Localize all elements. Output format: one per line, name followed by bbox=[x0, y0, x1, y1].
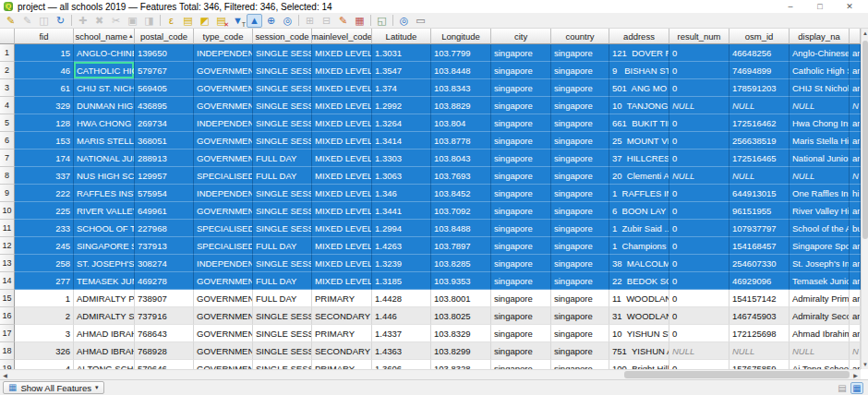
cell-display_na[interactable]: St. Joseph's Insti... bbox=[790, 255, 850, 272]
cell-type_code[interactable]: INDEPENDENT ... bbox=[194, 255, 253, 272]
cell-postal_code[interactable]: 768928 bbox=[135, 342, 194, 360]
cell-school_name[interactable]: ST. JOSEPH'S IN... bbox=[74, 255, 135, 272]
cell-display_na[interactable]: One Raffles Inst... bbox=[790, 185, 850, 202]
cell-session_code[interactable]: SINGLE SESSION bbox=[253, 62, 312, 79]
search-zoom-button[interactable]: ◎ bbox=[396, 14, 412, 28]
close-button[interactable]: ✕ bbox=[835, 0, 864, 13]
cell-osm_id[interactable]: 172516465 bbox=[729, 150, 790, 167]
cell-school_name[interactable]: RAFFLES INSTIT... bbox=[74, 185, 135, 202]
cell-Longitude[interactable]: 103.8488 bbox=[431, 220, 491, 237]
cell-overflow[interactable]: an bbox=[850, 79, 861, 97]
column-header-osm_id[interactable]: osm_id bbox=[729, 29, 790, 44]
cell-display_na[interactable]: NULL bbox=[790, 342, 850, 360]
cell-result_num[interactable]: 0 bbox=[669, 150, 729, 167]
cell-overflow[interactable]: an bbox=[850, 44, 861, 62]
cell-Longitude[interactable]: 103.8343 bbox=[431, 79, 491, 97]
cell-school_name[interactable]: AHMAD IBRAHI... bbox=[74, 325, 135, 342]
cell-Latitude[interactable]: 1.2994 bbox=[372, 220, 431, 237]
column-header-Longitude[interactable]: Longitude bbox=[431, 29, 491, 44]
cell-osm_id[interactable]: NULL bbox=[729, 97, 790, 114]
cell-address[interactable]: 10 TANJONG R... bbox=[609, 97, 669, 114]
cell-school_name[interactable]: DUNMAN HIGH... bbox=[74, 97, 135, 114]
cell-fid[interactable]: 1 bbox=[15, 290, 74, 307]
cell-fid[interactable]: 153 bbox=[15, 132, 74, 150]
scroll-down-icon[interactable]: ▼ bbox=[862, 360, 868, 369]
minimize-button[interactable]: – bbox=[776, 0, 805, 13]
table-view-button[interactable]: ▦ bbox=[850, 382, 863, 394]
cell-mainlevel_code[interactable]: MIXED LEVELS bbox=[312, 255, 372, 272]
cell-address[interactable]: 6 BOON LAY ... bbox=[609, 202, 669, 220]
panel-view-button[interactable]: ▭ bbox=[413, 14, 428, 28]
cell-fid[interactable]: 61 bbox=[15, 79, 74, 97]
cell-country[interactable]: singapore bbox=[551, 342, 609, 360]
select-all-button[interactable]: ▤ bbox=[180, 14, 196, 28]
cell-session_code[interactable]: SINGLE SESSION bbox=[253, 132, 312, 150]
scroll-up-icon[interactable]: ▲ bbox=[862, 29, 868, 38]
cell-overflow[interactable]: an bbox=[850, 132, 861, 150]
cell-session_code[interactable]: FULL DAY bbox=[253, 290, 312, 307]
cell-mainlevel_code[interactable]: MIXED LEVELS bbox=[312, 272, 372, 290]
cell-address[interactable]: 22 BEDOK SO... bbox=[609, 272, 669, 290]
cell-Longitude[interactable]: 103.8329 bbox=[431, 325, 491, 342]
cell-fid[interactable]: 3 bbox=[15, 325, 74, 342]
row-number[interactable]: 7 bbox=[0, 150, 15, 167]
cell-mainlevel_code[interactable]: MIXED LEVELS bbox=[312, 202, 372, 220]
cell-fid[interactable]: 233 bbox=[15, 220, 74, 237]
cell-session_code[interactable]: SINGLE SESSION bbox=[253, 325, 312, 342]
cell-result_num[interactable]: NULL bbox=[669, 342, 729, 360]
cell-display_na[interactable]: Ahmad Ibrahim... bbox=[790, 325, 850, 342]
cell-type_code[interactable]: INDEPENDENT ... bbox=[194, 44, 253, 62]
cell-postal_code[interactable]: 579646 bbox=[135, 360, 194, 369]
horizontal-scrollbar[interactable]: ◀ ▶ bbox=[0, 369, 861, 379]
cell-address[interactable]: 9 BISHAN STR... bbox=[609, 62, 669, 79]
cell-type_code[interactable]: GOVERNMENT ... bbox=[194, 150, 253, 167]
cell-type_code[interactable]: GOVERNMENT ... bbox=[194, 272, 253, 290]
cell-school_name[interactable]: ADMIRALTY PRI... bbox=[74, 290, 135, 307]
cell-fid[interactable]: 222 bbox=[15, 185, 74, 202]
column-header-display_na[interactable]: display_na bbox=[790, 29, 850, 44]
cell-city[interactable]: singapore bbox=[491, 237, 551, 255]
cell-osm_id[interactable]: 178591203 bbox=[729, 79, 790, 97]
cell-postal_code[interactable]: 436895 bbox=[135, 97, 194, 114]
move-selection-to-top-button[interactable]: ▲ bbox=[247, 14, 262, 28]
cell-overflow[interactable]: N bbox=[850, 97, 861, 114]
row-number[interactable]: 10 bbox=[0, 202, 15, 220]
cell-postal_code[interactable]: 737916 bbox=[135, 307, 194, 325]
row-number[interactable]: 18 bbox=[0, 342, 15, 360]
cell-postal_code[interactable]: 738907 bbox=[135, 290, 194, 307]
cell-country[interactable]: singapore bbox=[551, 185, 609, 202]
cell-country[interactable]: singapore bbox=[551, 202, 609, 220]
cell-address[interactable]: 31 WOODLAN... bbox=[609, 307, 669, 325]
cell-address[interactable]: 1 RAFFLES IN... bbox=[609, 185, 669, 202]
cell-country[interactable]: singapore bbox=[551, 150, 609, 167]
cell-city[interactable]: singapore bbox=[491, 272, 551, 290]
cell-mainlevel_code[interactable]: MIXED LEVELS bbox=[312, 97, 372, 114]
cell-fid[interactable]: 15 bbox=[15, 44, 74, 62]
cell-country[interactable]: singapore bbox=[551, 220, 609, 237]
cell-mainlevel_code[interactable]: MIXED LEVELS bbox=[312, 237, 372, 255]
cell-Longitude[interactable]: 103.9353 bbox=[431, 272, 491, 290]
cell-Longitude[interactable]: 103.7092 bbox=[431, 202, 491, 220]
cell-address[interactable]: 37 HILLCREST ... bbox=[609, 150, 669, 167]
row-number[interactable]: 14 bbox=[0, 272, 15, 290]
maximize-button[interactable]: □ bbox=[805, 0, 835, 13]
cell-overflow[interactable]: an bbox=[850, 62, 861, 79]
cell-session_code[interactable]: SINGLE SESSION bbox=[253, 79, 312, 97]
cell-fid[interactable]: 225 bbox=[15, 202, 74, 220]
cell-session_code[interactable]: SINGLE SESSION bbox=[253, 202, 312, 220]
cell-city[interactable]: singapore bbox=[491, 44, 551, 62]
cell-school_name[interactable]: AI TONG SCHOOL bbox=[74, 360, 135, 369]
cell-overflow[interactable]: hi bbox=[850, 185, 861, 202]
cell-osm_id[interactable]: NULL bbox=[729, 342, 790, 360]
cell-display_na[interactable]: Temasek Junior ... bbox=[790, 272, 850, 290]
column-header-type_code[interactable]: type_code bbox=[194, 29, 253, 44]
cell-Longitude[interactable]: 103.7693 bbox=[431, 167, 491, 185]
cell-mainlevel_code[interactable]: MIXED LEVELS bbox=[312, 132, 372, 150]
cell-address[interactable]: 501 ANG MO K... bbox=[609, 79, 669, 97]
cell-mainlevel_code[interactable]: MIXED LEVELS bbox=[312, 62, 372, 79]
cell-Latitude[interactable]: 1.4428 bbox=[372, 290, 431, 307]
cell-city[interactable]: singapore bbox=[491, 150, 551, 167]
cell-city[interactable]: singapore bbox=[491, 307, 551, 325]
row-number[interactable]: 4 bbox=[0, 97, 15, 114]
cell-display_na[interactable]: Ai Tong School bbox=[790, 360, 850, 369]
